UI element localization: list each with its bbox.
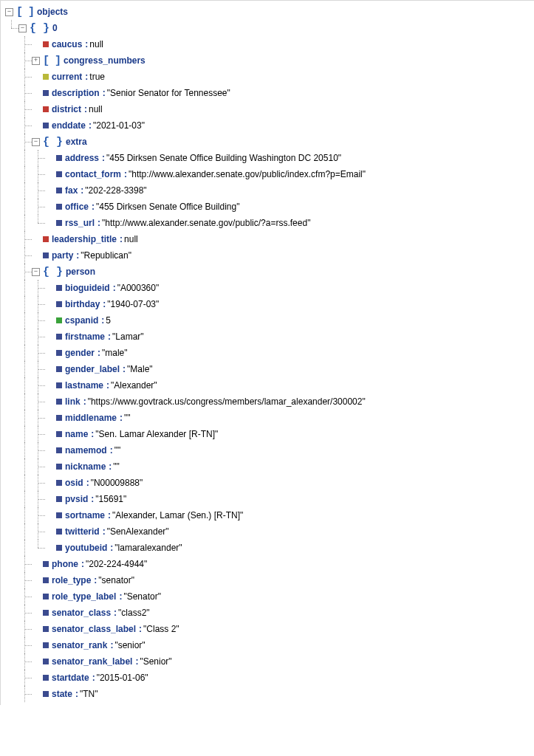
node-key: startdate bbox=[52, 673, 89, 683]
tree-row[interactable]: −{ }person bbox=[5, 264, 531, 280]
collapse-toggle[interactable]: − bbox=[5, 8, 13, 16]
node-key: caucus bbox=[52, 39, 82, 49]
node-key: contact_form bbox=[65, 169, 121, 179]
tree-row[interactable]: caucus:null bbox=[5, 36, 531, 52]
object-icon: { } bbox=[30, 22, 49, 35]
collapse-toggle[interactable]: − bbox=[32, 138, 40, 146]
tree-row[interactable]: district:null bbox=[5, 101, 531, 117]
tree-row[interactable]: address:"455 Dirksen Senate Office Build… bbox=[5, 150, 531, 166]
tree-row[interactable]: sortname:"Alexander, Lamar (Sen.) [R-TN]… bbox=[5, 507, 531, 523]
tree-row[interactable]: party:"Republican" bbox=[5, 247, 531, 264]
tree-row[interactable]: office:"455 Dirksen Senate Office Buildi… bbox=[5, 199, 531, 215]
tree-guide bbox=[18, 312, 32, 329]
tree-row[interactable]: phone:"202-224-4944" bbox=[5, 556, 531, 572]
kv-separator: : bbox=[103, 526, 106, 537]
tree-guide bbox=[18, 507, 32, 523]
tree-guide bbox=[5, 215, 18, 231]
tree-guide bbox=[18, 85, 32, 101]
tree-row[interactable]: enddate:"2021-01-03" bbox=[5, 117, 531, 134]
tree-guide bbox=[5, 394, 18, 410]
tree-row[interactable]: gender_label:"Male" bbox=[5, 361, 531, 377]
tree-guide bbox=[5, 507, 18, 523]
tree-guide bbox=[18, 653, 32, 670]
node-value: "A000360" bbox=[117, 283, 160, 293]
tree-row[interactable]: gender:"male" bbox=[5, 345, 531, 361]
toggle-spacer bbox=[45, 284, 53, 292]
tree-row[interactable]: senator_rank:"senior" bbox=[5, 637, 531, 653]
tree-row[interactable]: pvsid:"15691" bbox=[5, 491, 531, 507]
toggle-spacer bbox=[45, 333, 53, 341]
tree-row[interactable]: lastname:"Alexander" bbox=[5, 377, 531, 394]
tree-row[interactable]: name:"Sen. Lamar Alexander [R-TN]" bbox=[5, 426, 531, 442]
kv-separator: : bbox=[108, 331, 111, 342]
tree-row[interactable]: link:"https://www.govtrack.us/congress/m… bbox=[5, 394, 531, 410]
tree-row[interactable]: senator_rank_label:"Senior" bbox=[5, 653, 531, 670]
collapse-toggle[interactable]: − bbox=[18, 24, 27, 32]
tree-row[interactable]: bioguideid:"A000360" bbox=[5, 280, 531, 296]
node-key: nickname bbox=[65, 461, 106, 472]
toggle-spacer bbox=[32, 690, 40, 698]
node-key: pvsid bbox=[65, 494, 88, 504]
node-key: bioguideid bbox=[65, 283, 110, 293]
tree-row[interactable]: description:"Senior Senator for Tennesse… bbox=[5, 85, 531, 101]
tree-row[interactable]: birthday:"1940-07-03" bbox=[5, 296, 531, 312]
tree-guide bbox=[18, 329, 32, 345]
node-key: twitterid bbox=[65, 526, 100, 537]
string-icon bbox=[43, 610, 49, 616]
tree-guide bbox=[32, 507, 45, 523]
tree-row[interactable]: −{ }0 bbox=[5, 20, 531, 36]
tree-guide bbox=[5, 605, 18, 621]
tree-guide bbox=[32, 410, 45, 426]
string-icon bbox=[43, 90, 49, 96]
node-key: rss_url bbox=[65, 218, 95, 228]
tree-row[interactable]: middlename:"" bbox=[5, 410, 531, 426]
node-value: "Senior Senator for Tennessee" bbox=[107, 88, 230, 98]
tree-guide bbox=[18, 36, 32, 52]
tree-row[interactable]: +[ ]congress_numbers bbox=[5, 52, 531, 69]
tree-row[interactable]: nickname:"" bbox=[5, 458, 531, 475]
node-value: "202-224-4944" bbox=[86, 559, 147, 569]
node-value: "male" bbox=[102, 348, 128, 358]
tree-guide bbox=[18, 686, 32, 702]
tree-guide bbox=[18, 377, 32, 394]
tree-row[interactable]: senator_class_label:"Class 2" bbox=[5, 621, 531, 637]
tree-row[interactable]: current:true bbox=[5, 69, 531, 85]
toggle-spacer bbox=[45, 317, 53, 325]
toggle-spacer bbox=[32, 252, 40, 260]
tree-row[interactable]: leadership_title:null bbox=[5, 231, 531, 247]
node-key: role_type_label bbox=[52, 591, 116, 602]
tree-guide bbox=[5, 540, 18, 556]
node-value: null bbox=[89, 39, 103, 49]
tree-row[interactable]: senator_class:"class2" bbox=[5, 605, 531, 621]
tree-row[interactable]: −[ ]objects bbox=[5, 4, 531, 20]
tree-row[interactable]: contact_form:"http://www.alexander.senat… bbox=[5, 166, 531, 182]
tree-row[interactable]: twitterid:"SenAlexander" bbox=[5, 523, 531, 540]
tree-guide bbox=[5, 426, 18, 442]
tree-row[interactable]: startdate:"2015-01-06" bbox=[5, 670, 531, 686]
tree-row[interactable]: namemod:"" bbox=[5, 442, 531, 458]
node-key: phone bbox=[52, 559, 78, 569]
tree-row[interactable]: role_type:"senator" bbox=[5, 572, 531, 588]
string-icon bbox=[56, 464, 62, 470]
tree-row[interactable]: −{ }extra bbox=[5, 134, 531, 150]
tree-row[interactable]: cspanid:5 bbox=[5, 312, 531, 329]
tree-row[interactable]: fax:"202-228-3398" bbox=[5, 182, 531, 199]
tree-row[interactable]: rss_url:"http://www.alexander.senate.gov… bbox=[5, 215, 531, 231]
node-value: "Alexander" bbox=[111, 380, 157, 391]
tree-row[interactable]: firstname:"Lamar" bbox=[5, 329, 531, 345]
tree-row[interactable]: osid:"N00009888" bbox=[5, 475, 531, 491]
collapse-toggle[interactable]: − bbox=[32, 268, 40, 276]
kv-separator: : bbox=[103, 88, 106, 98]
kv-separator: : bbox=[119, 591, 122, 602]
tree-guide bbox=[5, 69, 18, 85]
tree-guide bbox=[18, 394, 32, 410]
expand-toggle[interactable]: + bbox=[32, 57, 40, 65]
node-value: null bbox=[89, 104, 103, 114]
tree-row[interactable]: state:"TN" bbox=[5, 686, 531, 702]
tree-row[interactable]: role_type_label:"Senator" bbox=[5, 588, 531, 605]
tree-row[interactable]: youtubeid:"lamaralexander" bbox=[5, 540, 531, 556]
node-key: gender_label bbox=[65, 364, 120, 374]
tree-guide bbox=[5, 101, 18, 117]
tree-guide bbox=[18, 572, 32, 588]
tree-guide bbox=[32, 426, 45, 442]
